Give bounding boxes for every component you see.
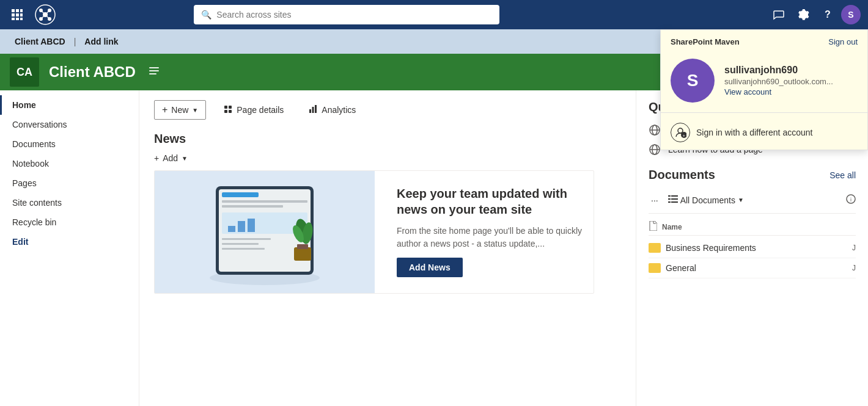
doc-name: Business Requirements <box>666 243 847 253</box>
documents-title: Documents <box>649 168 715 182</box>
see-all-link[interactable]: See all <box>829 170 856 180</box>
add-news-button[interactable]: Add News <box>397 258 463 277</box>
docs-column-header: Name <box>649 219 856 236</box>
profile-email: sullivanjohn690_outlook.com... <box>724 77 833 86</box>
svg-rect-5 <box>20 13 23 16</box>
doc-name: General <box>666 263 847 273</box>
add-news-row[interactable]: + Add ▼ <box>154 153 621 163</box>
file-icon-header <box>649 221 657 233</box>
search-bar[interactable]: 🔍 <box>194 5 499 24</box>
svg-rect-32 <box>222 192 259 197</box>
svg-rect-37 <box>238 221 245 232</box>
documents-header: Documents See all <box>649 168 856 182</box>
svg-rect-20 <box>149 70 159 71</box>
docs-more-button[interactable]: ··· <box>649 193 661 208</box>
sidebar-item-conversations[interactable]: Conversations <box>0 115 139 134</box>
sidebar-item-edit[interactable]: Edit <box>0 232 139 252</box>
analytics-icon <box>308 104 318 116</box>
svg-rect-36 <box>228 226 235 232</box>
sign-in-different-label: Sign in with a different account <box>696 128 812 137</box>
table-row[interactable]: Business Requirements J <box>649 238 856 258</box>
ellipsis-icon: ··· <box>651 195 658 205</box>
docs-info-icon[interactable]: i <box>846 194 856 206</box>
list-icon <box>668 194 678 206</box>
site-title: Client ABCD <box>49 63 136 81</box>
view-account-link[interactable]: View account <box>724 87 833 96</box>
svg-rect-21 <box>149 73 156 74</box>
svg-rect-38 <box>248 219 255 232</box>
help-icon[interactable]: ? <box>817 4 839 26</box>
chat-icon[interactable] <box>768 4 790 26</box>
chevron-down-icon: ▼ <box>192 107 198 114</box>
settings-icon[interactable] <box>792 4 814 26</box>
svg-rect-4 <box>16 13 19 16</box>
plus-icon-small: + <box>154 153 159 163</box>
waffle-icon[interactable] <box>7 5 27 24</box>
search-input[interactable] <box>216 10 492 20</box>
svg-rect-3 <box>12 13 15 16</box>
svg-rect-54 <box>671 195 678 197</box>
svg-text:+: + <box>683 133 686 139</box>
svg-rect-8 <box>20 18 23 20</box>
svg-rect-55 <box>668 198 671 200</box>
sidebar-item-pages[interactable]: Pages <box>0 173 139 193</box>
news-headline: Keep your team updated with news on your… <box>397 186 584 217</box>
sidebar-item-site-contents[interactable]: Site contents <box>0 193 139 212</box>
docs-view-button[interactable]: All Documents ▼ <box>666 192 746 208</box>
svg-rect-7 <box>16 18 19 20</box>
plus-icon: + <box>162 104 167 115</box>
sign-in-different-button[interactable]: + Sign in with a different account <box>661 115 867 150</box>
sidebar: Home Conversations Documents Notebook Pa… <box>0 90 139 406</box>
table-row[interactable]: General J <box>649 258 856 278</box>
sign-out-link[interactable]: Sign out <box>828 37 858 46</box>
svg-rect-53 <box>668 195 671 197</box>
svg-rect-6 <box>12 18 15 20</box>
sidebar-item-notebook[interactable]: Notebook <box>0 154 139 173</box>
top-navigation-bar: 🔍 ? S <box>0 0 868 29</box>
svg-rect-27 <box>312 107 314 113</box>
new-button[interactable]: + New ▼ <box>154 100 206 120</box>
news-content: Keep your team updated with news on your… <box>387 171 594 293</box>
news-description: From the site home page you'll be able t… <box>397 225 584 250</box>
profile-avatar-large: S <box>671 59 715 103</box>
news-section-title: News <box>154 132 621 146</box>
svg-rect-58 <box>671 201 678 203</box>
search-icon: 🔍 <box>201 10 211 20</box>
client-abcd-link[interactable]: Client ABCD <box>10 34 70 49</box>
site-logo: CA <box>10 57 39 87</box>
content-area: + New ▼ Page details <box>139 90 636 406</box>
svg-rect-56 <box>671 198 678 200</box>
news-card: Keep your team updated with news on your… <box>154 170 594 294</box>
svg-rect-22 <box>224 106 227 109</box>
separator: | <box>74 37 76 46</box>
svg-rect-42 <box>294 247 311 261</box>
svg-rect-24 <box>224 110 227 113</box>
chevron-down-icon-docs: ▼ <box>738 197 744 203</box>
site-settings-icon[interactable] <box>148 65 160 80</box>
globe-icon <box>649 124 661 136</box>
add-link-button[interactable]: Add link <box>79 34 123 49</box>
sidebar-item-documents[interactable]: Documents <box>0 134 139 154</box>
analytics-button[interactable]: Analytics <box>301 101 363 120</box>
svg-rect-26 <box>309 109 311 113</box>
sign-in-icon: + <box>671 123 690 142</box>
content-toolbar: + New ▼ Page details <box>154 100 621 120</box>
tablet-illustration <box>155 171 375 293</box>
page-details-icon <box>223 104 233 116</box>
svg-rect-41 <box>222 248 265 250</box>
svg-rect-33 <box>222 200 307 203</box>
svg-rect-57 <box>668 201 671 203</box>
svg-rect-40 <box>222 243 259 245</box>
folder-icon <box>649 243 661 253</box>
svg-rect-25 <box>229 110 232 113</box>
profile-info: sullivanjohn690 sullivanjohn690_outlook.… <box>724 65 833 96</box>
docs-toolbar: ··· All Documents ▼ <box>649 192 856 208</box>
svg-rect-0 <box>12 9 15 12</box>
user-avatar-button[interactable]: S <box>841 5 861 24</box>
docs-divider <box>649 213 856 214</box>
svg-rect-28 <box>315 105 317 113</box>
svg-rect-34 <box>222 205 283 208</box>
sidebar-item-home[interactable]: Home <box>0 95 139 115</box>
sidebar-item-recycle-bin[interactable]: Recycle bin <box>0 212 139 232</box>
page-details-button[interactable]: Page details <box>216 101 291 120</box>
